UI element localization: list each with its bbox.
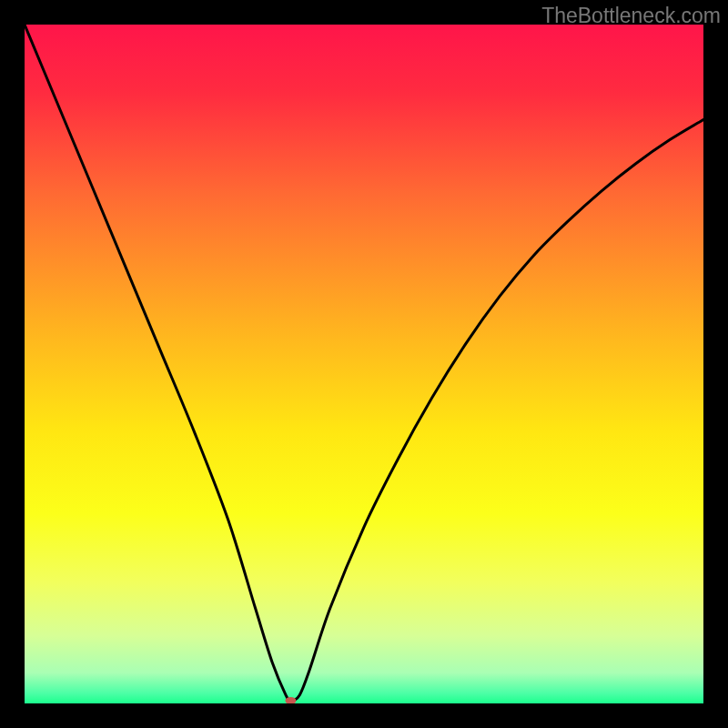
- gradient-background: [25, 25, 703, 703]
- chart-svg: [25, 25, 703, 703]
- chart-container: TheBottleneck.com: [0, 0, 728, 728]
- plot-area: [25, 25, 703, 703]
- watermark-text: TheBottleneck.com: [541, 4, 721, 28]
